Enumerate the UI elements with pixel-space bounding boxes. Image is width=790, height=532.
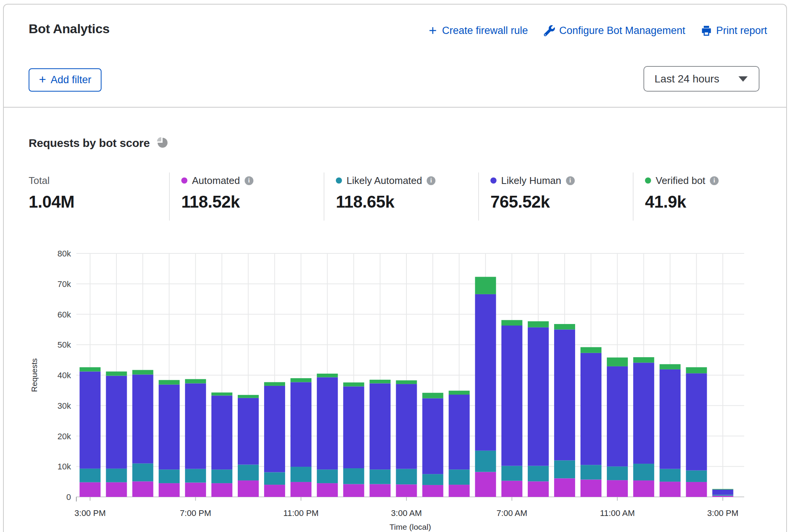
bar-segment-verified-bot[interactable]: [132, 370, 153, 374]
bar-segment-verified-bot[interactable]: [159, 380, 180, 385]
bar-7:00 AM[interactable]: [501, 320, 522, 497]
bar-segment-likely-human[interactable]: [290, 382, 311, 467]
bar-segment-likely-automated[interactable]: [712, 495, 733, 495]
bar-7:00 PM[interactable]: [185, 379, 206, 497]
bar-2:00 AM[interactable]: [369, 380, 390, 497]
bar-segment-likely-human[interactable]: [317, 377, 338, 470]
bar-segment-automated[interactable]: [554, 478, 575, 497]
bar-segment-verified-bot[interactable]: [659, 364, 680, 369]
bar-segment-likely-human[interactable]: [159, 385, 180, 470]
bar-segment-likely-human[interactable]: [80, 371, 101, 468]
bar-segment-likely-automated[interactable]: [80, 469, 101, 482]
bar-segment-automated[interactable]: [264, 485, 285, 497]
bar-segment-automated[interactable]: [159, 483, 180, 497]
bar-1:00 AM[interactable]: [343, 382, 364, 497]
bar-6:00 PM[interactable]: [159, 380, 180, 497]
bar-3:00 AM[interactable]: [396, 380, 417, 497]
bar-segment-likely-automated[interactable]: [159, 469, 180, 483]
bar-segment-automated[interactable]: [317, 483, 338, 497]
bar-segment-likely-automated[interactable]: [554, 460, 575, 478]
bar-segment-likely-human[interactable]: [238, 398, 259, 465]
bar-segment-automated[interactable]: [132, 481, 153, 497]
bar-segment-automated[interactable]: [343, 484, 364, 497]
bar-segment-likely-human[interactable]: [554, 329, 575, 460]
bar-9:00 AM[interactable]: [554, 324, 575, 497]
bar-12:00 PM[interactable]: [633, 357, 654, 497]
bar-segment-verified-bot[interactable]: [580, 347, 601, 353]
bar-segment-automated[interactable]: [238, 480, 259, 497]
bar-segment-automated[interactable]: [633, 480, 654, 497]
bar-segment-automated[interactable]: [185, 483, 206, 497]
bar-segment-likely-automated[interactable]: [449, 469, 470, 485]
bar-segment-automated[interactable]: [396, 484, 417, 497]
bar-segment-automated[interactable]: [422, 485, 443, 497]
bar-segment-likely-automated[interactable]: [317, 469, 338, 483]
bar-segment-likely-automated[interactable]: [686, 471, 707, 482]
time-range-select[interactable]: Last 24 hours: [643, 66, 759, 92]
bar-segment-automated[interactable]: [449, 485, 470, 497]
bar-5:00 AM[interactable]: [449, 391, 470, 497]
bar-segment-likely-human[interactable]: [686, 373, 707, 470]
bar-segment-automated[interactable]: [369, 484, 390, 497]
bar-segment-verified-bot[interactable]: [343, 382, 364, 386]
bar-12:00 AM[interactable]: [317, 374, 338, 497]
bar-11:00 PM[interactable]: [290, 378, 311, 497]
bar-segment-likely-human[interactable]: [449, 395, 470, 469]
bar-8:00 PM[interactable]: [211, 392, 232, 497]
bar-segment-likely-automated[interactable]: [580, 465, 601, 479]
bar-segment-likely-human[interactable]: [185, 384, 206, 469]
info-icon[interactable]: i: [427, 176, 435, 185]
bar-segment-verified-bot[interactable]: [396, 380, 417, 384]
bar-segment-likely-human[interactable]: [607, 366, 628, 466]
bar-4:00 AM[interactable]: [422, 393, 443, 497]
bar-segment-likely-human[interactable]: [343, 387, 364, 469]
create-firewall-rule-link[interactable]: Create firewall rule: [428, 25, 528, 37]
bar-segment-likely-human[interactable]: [659, 369, 680, 469]
bar-segment-verified-bot[interactable]: [712, 489, 733, 490]
bar-segment-likely-human[interactable]: [475, 294, 496, 451]
bar-segment-verified-bot[interactable]: [528, 321, 549, 327]
configure-bot-management-link[interactable]: Configure Bot Management: [544, 25, 685, 37]
add-filter-button[interactable]: + Add filter: [29, 68, 102, 92]
bar-segment-likely-automated[interactable]: [396, 469, 417, 485]
bar-segment-automated[interactable]: [659, 482, 680, 497]
bar-10:00 PM[interactable]: [264, 382, 285, 497]
bar-segment-likely-automated[interactable]: [607, 466, 628, 480]
bar-segment-likely-automated[interactable]: [132, 463, 153, 481]
info-icon[interactable]: i: [566, 176, 575, 185]
bar-segment-likely-human[interactable]: [580, 353, 601, 465]
bar-segment-verified-bot[interactable]: [633, 357, 654, 363]
bar-segment-automated[interactable]: [528, 481, 549, 497]
bar-segment-likely-human[interactable]: [132, 374, 153, 463]
bar-segment-verified-bot[interactable]: [686, 367, 707, 373]
bar-segment-automated[interactable]: [106, 482, 127, 497]
bar-segment-likely-automated[interactable]: [422, 474, 443, 485]
bar-segment-automated[interactable]: [686, 482, 707, 497]
bar-segment-verified-bot[interactable]: [317, 374, 338, 377]
bar-segment-automated[interactable]: [580, 480, 601, 497]
bar-segment-likely-human[interactable]: [422, 398, 443, 474]
bar-segment-automated[interactable]: [607, 480, 628, 497]
bar-segment-likely-human[interactable]: [264, 386, 285, 472]
bar-segment-verified-bot[interactable]: [106, 371, 127, 376]
bar-segment-likely-automated[interactable]: [343, 468, 364, 484]
info-icon[interactable]: i: [710, 176, 719, 185]
bar-10:00 AM[interactable]: [580, 347, 601, 497]
bar-segment-verified-bot[interactable]: [449, 391, 470, 395]
bar-segment-likely-automated[interactable]: [528, 466, 549, 482]
bar-segment-likely-automated[interactable]: [369, 469, 390, 484]
bar-9:00 PM[interactable]: [238, 395, 259, 497]
bar-segment-verified-bot[interactable]: [369, 380, 390, 384]
bar-segment-automated[interactable]: [501, 481, 522, 497]
bar-segment-verified-bot[interactable]: [422, 393, 443, 398]
bar-segment-likely-automated[interactable]: [185, 469, 206, 483]
bar-segment-likely-human[interactable]: [633, 363, 654, 464]
bar-segment-likely-automated[interactable]: [659, 469, 680, 482]
bar-segment-likely-automated[interactable]: [475, 451, 496, 472]
bar-11:00 AM[interactable]: [607, 358, 628, 497]
bar-segment-likely-automated[interactable]: [264, 472, 285, 485]
bar-segment-likely-automated[interactable]: [501, 466, 522, 481]
info-icon[interactable]: i: [245, 176, 253, 185]
bar-segment-likely-human[interactable]: [712, 490, 733, 495]
bar-segment-likely-human[interactable]: [501, 326, 522, 466]
